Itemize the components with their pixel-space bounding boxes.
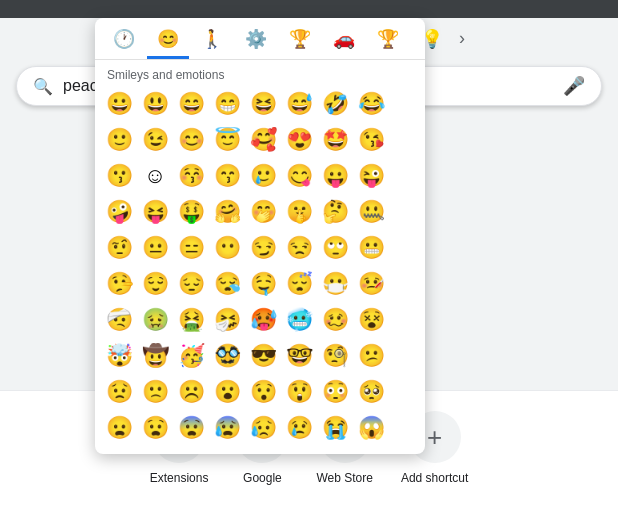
- google-label: Google: [243, 471, 282, 485]
- emoji-cell[interactable]: 🙁: [137, 374, 173, 410]
- emoji-cell[interactable]: 😷: [317, 266, 353, 302]
- emoji-cell[interactable]: 🤢: [137, 302, 173, 338]
- emoji-cell[interactable]: 😆: [245, 86, 281, 122]
- emoji-cell[interactable]: 😵: [353, 302, 389, 338]
- emoji-cell[interactable]: 😏: [245, 230, 281, 266]
- emoji-cell[interactable]: 🥶: [281, 302, 317, 338]
- emoji-cell[interactable]: 🥲: [245, 158, 281, 194]
- emoji-cell[interactable]: 🤤: [245, 266, 281, 302]
- emoji-cell[interactable]: 🤔: [317, 194, 353, 230]
- add-shortcut-label: Add shortcut: [401, 471, 468, 485]
- emoji-cell[interactable]: 🥴: [317, 302, 353, 338]
- emoji-cell[interactable]: 🥵: [245, 302, 281, 338]
- emoji-cell[interactable]: 😟: [101, 374, 137, 410]
- emoji-cell[interactable]: 🥳: [173, 338, 209, 374]
- emoji-tabs: 🕐 😊 🚶 ⚙️ 🏆 🚗 🏆 💡 ›: [95, 18, 425, 60]
- emoji-cell[interactable]: 🙂: [101, 122, 137, 158]
- tab-recent[interactable]: 🕐: [103, 18, 145, 59]
- emoji-cell[interactable]: 🤑: [173, 194, 209, 230]
- search-icon: 🔍: [33, 77, 53, 96]
- tab-objects[interactable]: 💡: [411, 18, 453, 59]
- emoji-cell[interactable]: 🤨: [101, 230, 137, 266]
- emoji-grid: 😀😃😄😁😆😅🤣😂🙂😉😊😇🥰😍🤩😘😗☺️😚😙🥲😋😛😜🤪😝🤑🤗🤭🤫🤔🤐🤨😐😑😶😏😒🙄…: [95, 86, 425, 446]
- emoji-cell[interactable]: 😌: [137, 266, 173, 302]
- emoji-cell[interactable]: ☹️: [173, 374, 209, 410]
- emoji-cell[interactable]: 😱: [353, 410, 389, 446]
- browser-top-bar: [0, 0, 618, 18]
- extensions-label: Extensions: [150, 471, 209, 485]
- emoji-section-label: Smileys and emotions: [95, 60, 425, 86]
- emoji-cell[interactable]: 😴: [281, 266, 317, 302]
- emoji-cell[interactable]: 😰: [209, 410, 245, 446]
- emoji-cell[interactable]: 🤪: [101, 194, 137, 230]
- emoji-cell[interactable]: 😔: [173, 266, 209, 302]
- emoji-cell[interactable]: 😛: [317, 158, 353, 194]
- mic-icon[interactable]: 🎤: [563, 75, 585, 97]
- emoji-cell[interactable]: 😂: [353, 86, 389, 122]
- emoji-cell[interactable]: 😝: [137, 194, 173, 230]
- emoji-cell[interactable]: 😧: [137, 410, 173, 446]
- emoji-cell[interactable]: 😀: [101, 86, 137, 122]
- emoji-cell[interactable]: 🤥: [101, 266, 137, 302]
- emoji-cell[interactable]: 😉: [137, 122, 173, 158]
- emoji-cell[interactable]: 😍: [281, 122, 317, 158]
- emoji-cell[interactable]: 🤐: [353, 194, 389, 230]
- emoji-cell[interactable]: 😯: [245, 374, 281, 410]
- webstore-label: Web Store: [316, 471, 372, 485]
- emoji-picker: 🕐 😊 🚶 ⚙️ 🏆 🚗 🏆 💡 › Smileys and emotions …: [95, 18, 425, 454]
- emoji-cell[interactable]: 🤓: [281, 338, 317, 374]
- emoji-cell[interactable]: 😬: [353, 230, 389, 266]
- emoji-cell[interactable]: 😭: [317, 410, 353, 446]
- emoji-cell[interactable]: 😨: [173, 410, 209, 446]
- emoji-cell[interactable]: 🥺: [353, 374, 389, 410]
- emoji-cell[interactable]: 🥸: [209, 338, 245, 374]
- emoji-cell[interactable]: 😁: [209, 86, 245, 122]
- emoji-cell[interactable]: 🤒: [353, 266, 389, 302]
- emoji-cell[interactable]: 😗: [101, 158, 137, 194]
- emoji-cell[interactable]: 🤩: [317, 122, 353, 158]
- emoji-cell[interactable]: 😎: [245, 338, 281, 374]
- emoji-cell[interactable]: 🤕: [101, 302, 137, 338]
- emoji-cell[interactable]: 😊: [173, 122, 209, 158]
- emoji-cell[interactable]: 🤧: [209, 302, 245, 338]
- tab-activities[interactable]: 🏆: [367, 18, 409, 59]
- emoji-cell[interactable]: 🤗: [209, 194, 245, 230]
- emoji-cell[interactable]: 😕: [353, 338, 389, 374]
- emoji-cell[interactable]: 🤠: [137, 338, 173, 374]
- emoji-cell[interactable]: ☺️: [137, 158, 173, 194]
- emoji-cell[interactable]: 😶: [209, 230, 245, 266]
- emoji-cell[interactable]: 😒: [281, 230, 317, 266]
- tab-travel[interactable]: 🚗: [323, 18, 365, 59]
- emoji-cell[interactable]: 🤣: [317, 86, 353, 122]
- emoji-cell[interactable]: 😃: [137, 86, 173, 122]
- emoji-cell[interactable]: 🧐: [317, 338, 353, 374]
- emoji-cell[interactable]: 😄: [173, 86, 209, 122]
- emoji-cell[interactable]: 😥: [245, 410, 281, 446]
- emoji-cell[interactable]: 😮: [209, 374, 245, 410]
- emoji-cell[interactable]: 😲: [281, 374, 317, 410]
- tab-smileys[interactable]: 😊: [147, 18, 189, 59]
- emoji-cell[interactable]: 😑: [173, 230, 209, 266]
- emoji-cell[interactable]: 😚: [173, 158, 209, 194]
- tab-more[interactable]: ›: [455, 18, 469, 59]
- emoji-cell[interactable]: 🥰: [245, 122, 281, 158]
- emoji-cell[interactable]: 😪: [209, 266, 245, 302]
- emoji-cell[interactable]: 😘: [353, 122, 389, 158]
- emoji-cell[interactable]: 🤮: [173, 302, 209, 338]
- emoji-cell[interactable]: 🤫: [281, 194, 317, 230]
- emoji-cell[interactable]: 🤯: [101, 338, 137, 374]
- emoji-cell[interactable]: 😙: [209, 158, 245, 194]
- emoji-cell[interactable]: 🙄: [317, 230, 353, 266]
- emoji-cell[interactable]: 😇: [209, 122, 245, 158]
- emoji-cell[interactable]: 😢: [281, 410, 317, 446]
- emoji-cell[interactable]: 😦: [101, 410, 137, 446]
- emoji-cell[interactable]: 🤭: [245, 194, 281, 230]
- emoji-cell[interactable]: 😜: [353, 158, 389, 194]
- emoji-cell[interactable]: 😋: [281, 158, 317, 194]
- emoji-cell[interactable]: 😐: [137, 230, 173, 266]
- tab-people[interactable]: 🚶: [191, 18, 233, 59]
- emoji-cell[interactable]: 😳: [317, 374, 353, 410]
- emoji-cell[interactable]: 😅: [281, 86, 317, 122]
- tab-animals[interactable]: ⚙️: [235, 18, 277, 59]
- tab-food[interactable]: 🏆: [279, 18, 321, 59]
